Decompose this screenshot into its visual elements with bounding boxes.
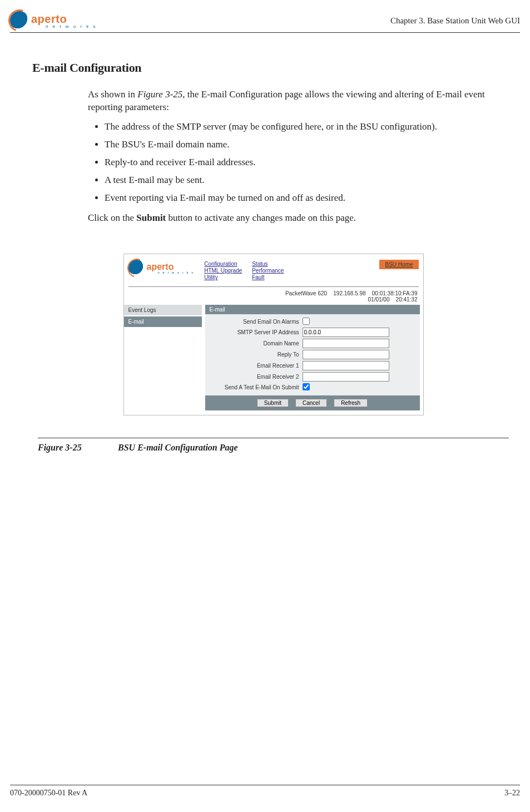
figure-title: BSU E-mail Configuration Page <box>118 443 238 452</box>
chapter-title: Chapter 3. Base Station Unit Web GUI <box>390 16 520 26</box>
input-domain[interactable] <box>303 339 389 348</box>
nav-link-performance[interactable]: Performance <box>252 268 284 274</box>
checkbox-test-email[interactable] <box>303 383 310 390</box>
figure-number: Figure 3-25 <box>38 443 116 453</box>
status-readout: PacketWave 620 192.168.5.98 00:01:38:10:… <box>124 290 423 305</box>
nav-link-status[interactable]: Status <box>252 261 284 267</box>
nav-link-html-upgrade[interactable]: HTML Upgrade <box>204 268 242 274</box>
label-receiver-2: Email Receiver 2 <box>207 374 303 380</box>
refresh-button[interactable]: Refresh <box>334 399 368 407</box>
nav-link-configuration[interactable]: Configuration <box>204 261 242 267</box>
page-header: aperto n e t w o r k s Chapter 3. Base S… <box>10 11 520 33</box>
nav-link-utility[interactable]: Utility <box>204 274 242 280</box>
embedded-screenshot: aperto n e t w o r k s Configuration HTM… <box>123 254 424 415</box>
footer-page-number: 3–22 <box>504 789 520 798</box>
post-text-1: Click on the <box>88 212 136 223</box>
nav-link-fault[interactable]: Fault <box>252 274 284 280</box>
bullet-item: A test E-mail may be sent. <box>105 174 514 186</box>
input-receiver-2[interactable] <box>303 372 389 382</box>
label-smtp: SMTP Server IP Address <box>207 329 303 335</box>
label-reply-to: Reply To <box>207 351 303 358</box>
submit-keyword: Submit <box>136 212 166 223</box>
company-logo: aperto n e t w o r k s <box>10 11 97 30</box>
label-domain: Domain Name <box>207 340 303 346</box>
post-text-2: button to activate any changes made on t… <box>166 212 356 223</box>
bullet-item: Event reporting via E-mail may be turned… <box>105 192 514 204</box>
bullet-item: The BSU's E-mail domain name. <box>105 138 514 151</box>
status-line-1: PacketWave 620 192.168.5.98 00:01:38:10:… <box>130 290 418 296</box>
logo-main-text: aperto <box>31 13 67 25</box>
ss-logo-main: aperto <box>147 262 174 271</box>
label-send-alarms: Send Email On Alarms <box>207 319 303 325</box>
intro-text-1: As shown in <box>88 89 137 100</box>
input-receiver-1[interactable] <box>303 361 389 370</box>
page-footer: 070-20000750-01 Rev A 3–22 <box>10 785 520 798</box>
status-line-2: 01/01/00 20:41:32 <box>130 296 418 303</box>
cancel-button[interactable]: Cancel <box>295 399 327 407</box>
figure-separator <box>38 438 509 438</box>
sidebar: Event Logs E-mail <box>124 305 202 415</box>
footer-doc-id: 070-20000750-01 Rev A <box>10 789 87 798</box>
email-form: Send Email On Alarms SMTP Server IP Addr… <box>205 314 420 395</box>
ss-logo: aperto n e t w o r k s <box>128 260 195 276</box>
bsu-home-button[interactable]: BSU Home <box>379 260 418 269</box>
input-reply-to[interactable] <box>303 350 389 359</box>
sidebar-item-event-logs[interactable]: Event Logs <box>124 305 202 315</box>
figure-reference: Figure 3-25 <box>137 89 182 100</box>
bullet-item: Reply-to and receiver E-mail addresses. <box>105 156 514 169</box>
sidebar-item-email[interactable]: E-mail <box>124 316 202 327</box>
label-test-email: Send A Test E-Mail On Submit <box>207 384 303 390</box>
ss-logo-swoosh-icon <box>128 260 145 276</box>
feature-bullet-list: The address of the SMTP server (may be c… <box>32 121 514 204</box>
post-paragraph: Click on the Submit button to activate a… <box>32 212 514 225</box>
checkbox-send-alarms[interactable] <box>303 318 310 325</box>
panel-title: E-mail <box>205 305 420 314</box>
input-smtp[interactable] <box>303 328 389 337</box>
figure-caption: Figure 3-25 BSU E-mail Configuration Pag… <box>32 443 514 453</box>
ss-divider <box>128 286 419 287</box>
intro-paragraph: As shown in Figure 3-25, the E-mail Conf… <box>32 88 514 114</box>
section-heading: E-mail Configuration <box>32 61 514 75</box>
bullet-item: The address of the SMTP server (may be c… <box>105 121 514 133</box>
logo-swoosh-icon <box>10 11 29 30</box>
label-receiver-1: Email Receiver 1 <box>207 363 303 369</box>
submit-button[interactable]: Submit <box>257 399 289 407</box>
